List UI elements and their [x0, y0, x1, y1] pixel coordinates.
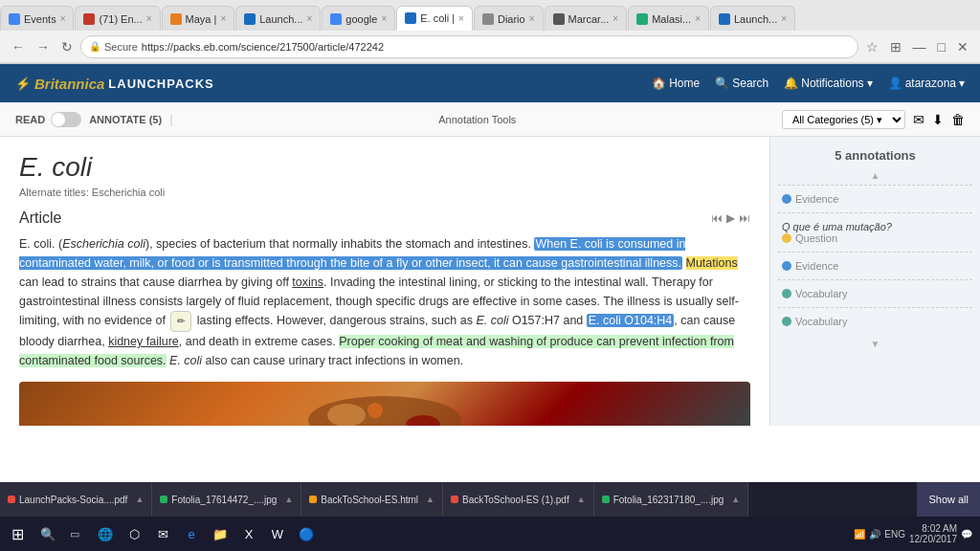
taskbar-ie-icon[interactable]: 🌐 — [92, 520, 119, 547]
annotation-label-vocab1: Vocabulary — [782, 288, 969, 299]
read-toggle-switch[interactable] — [51, 112, 81, 127]
annotation-item-vocab2: Vocabulary — [778, 307, 972, 335]
audio-controls: ⏮ ▶ ⏭ — [711, 211, 750, 225]
launchpacks-logo-text: LAUNCHPACKS — [108, 77, 213, 91]
taskbar-mail-icon[interactable]: ✉ — [149, 520, 176, 547]
user-menu[interactable]: 👤 atarazona ▾ — [888, 77, 965, 90]
tab-marcar[interactable]: Marcar... × — [545, 6, 628, 31]
taskbar-word-icon[interactable]: W — [264, 520, 291, 547]
close-icon[interactable]: × — [381, 13, 387, 24]
start-button[interactable]: ⊞ — [0, 517, 34, 551]
underline-toxins: toxins — [292, 276, 323, 289]
address-url: https://packs.eb.com/science/217500/arti… — [142, 41, 384, 53]
windows-taskbar: ⊞ 🔍 ▭ 🌐 ⬡ ✉ e 📁 X W 🔵 📶 🔊 ENG 8:02 AM 12… — [0, 517, 980, 551]
minimize-button[interactable]: — — [909, 37, 930, 56]
britannica-logo-text: Britannica — [34, 76, 104, 92]
file-expand-icon[interactable]: ▲ — [426, 495, 434, 504]
close-icon[interactable]: × — [695, 13, 701, 24]
forward-button[interactable]: → — [33, 37, 54, 56]
extensions-button[interactable]: ⊞ — [886, 37, 905, 56]
taskbar-edge-icon[interactable]: e — [178, 520, 205, 547]
toolbar-icons: ✉ ⬇ 🗑 — [913, 112, 965, 127]
taskbar-folder-icon[interactable]: 📁 — [207, 520, 234, 547]
file-expand-icon[interactable]: ▲ — [577, 495, 586, 504]
article-image — [19, 382, 750, 426]
close-window-button[interactable]: ✕ — [953, 37, 972, 56]
file-type-icon — [451, 496, 458, 503]
delete-button[interactable]: 🗑 — [951, 112, 965, 127]
close-icon[interactable]: × — [458, 13, 464, 24]
browser-chrome: Events × (71) En... × Maya | × Launch...… — [0, 0, 980, 64]
close-icon[interactable]: × — [529, 13, 535, 24]
tab-icon — [9, 13, 20, 25]
audio-prev-button[interactable]: ⏮ — [711, 211, 723, 225]
annotation-question-text: Q que é uma mutação? — [782, 221, 969, 232]
back-button[interactable]: ← — [8, 37, 29, 56]
tab-icon — [244, 13, 256, 25]
highlight-box-ecoli-strain: E. coli O104:H4 — [587, 314, 675, 327]
bookmark-button[interactable]: ☆ — [862, 37, 882, 56]
task-view-button[interactable]: ▭ — [61, 520, 88, 547]
file-name: Fotolia_162317180_....jpg — [613, 495, 724, 505]
close-icon[interactable]: × — [146, 13, 152, 24]
email-button[interactable]: ✉ — [913, 112, 924, 127]
maximize-button[interactable]: □ — [934, 37, 949, 56]
audio-play-button[interactable]: ▶ — [726, 211, 735, 225]
sidebar-chevron-down[interactable]: ▼ — [778, 339, 972, 349]
close-icon[interactable]: × — [612, 13, 618, 24]
file-expand-icon[interactable]: ▲ — [135, 495, 144, 504]
tab-label-diario: Diario — [498, 13, 525, 25]
close-icon[interactable]: × — [307, 13, 313, 24]
close-icon[interactable]: × — [220, 13, 226, 24]
taskbar-search-button[interactable]: 🔍 — [34, 520, 61, 547]
tab-launch2[interactable]: Launch... × — [710, 6, 795, 31]
escherichia-italic: Escherichia coli — [62, 237, 145, 251]
ecoli-italic-3: E. coli — [169, 354, 202, 367]
system-tray: 📶 🔊 ENG 8:02 AM 12/20/2017 💬 — [854, 523, 980, 544]
tab-events[interactable]: Events × — [0, 6, 74, 31]
taskbar-file-1[interactable]: Fotolia_17614472_....jpg ▲ — [152, 482, 301, 517]
tab-diario[interactable]: Diario × — [474, 6, 544, 31]
close-icon[interactable]: × — [60, 13, 66, 24]
close-icon[interactable]: × — [781, 13, 787, 24]
taskbar-cortana-icon[interactable]: ⬡ — [121, 520, 147, 547]
sidebar-chevron-up[interactable]: ▲ — [778, 170, 972, 181]
tab-maya[interactable]: Maya | × — [162, 6, 235, 31]
tab-malasi[interactable]: Malasi... × — [628, 6, 709, 31]
taskbar-file-3[interactable]: BackToSchool-ES (1).pdf ▲ — [443, 482, 594, 517]
audio-next-button[interactable]: ⏭ — [739, 211, 750, 225]
annotation-item-evidence2: Evidence — [778, 252, 972, 279]
tab-launch1[interactable]: Launch... × — [235, 6, 321, 31]
taskbar-file-4[interactable]: Fotolia_162317180_....jpg ▲ — [594, 482, 749, 517]
clock: 8:02 AM 12/20/2017 — [909, 523, 957, 544]
download-button[interactable]: ⬇ — [932, 112, 944, 127]
address-text: Secure — [104, 41, 138, 53]
notifications-link[interactable]: 🔔 Notifications ▾ — [784, 77, 872, 90]
home-link[interactable]: 🏠 Home — [652, 77, 700, 90]
taskbar-browser-icon[interactable]: 🔵 — [293, 520, 320, 547]
annotate-button[interactable]: ANNOTATE (5) — [89, 114, 162, 125]
toggle-knob — [52, 113, 65, 126]
tab-icon — [405, 12, 416, 24]
file-expand-icon[interactable]: ▲ — [284, 495, 293, 504]
taskbar-app-icons: 🌐 ⬡ ✉ e 📁 X W 🔵 — [92, 520, 320, 547]
refresh-button[interactable]: ↻ — [57, 37, 77, 56]
address-bar[interactable]: 🔒 Secure https://packs.eb.com/science/21… — [80, 35, 858, 58]
language-label: ENG — [884, 529, 905, 540]
show-all-button[interactable]: Show all — [917, 482, 980, 517]
tab-ecoli[interactable]: E. coli | × — [396, 6, 473, 31]
tab-71en[interactable]: (71) En... × — [75, 6, 160, 31]
article-title: E. coli — [19, 152, 750, 183]
category-select[interactable]: All Categories (5) ▾ — [782, 110, 905, 129]
search-link[interactable]: 🔍 Search — [715, 77, 768, 90]
taskbar-file-0[interactable]: LaunchPacks-Socia....pdf ▲ — [0, 482, 152, 517]
tab-icon — [330, 13, 342, 25]
article-body: E. coli. (Escherichia coli), species of … — [19, 234, 750, 370]
tab-icon — [719, 13, 730, 25]
taskbar-file-2[interactable]: BackToSchool-ES.html ▲ — [301, 482, 443, 517]
pencil-tooltip[interactable]: ✏ — [170, 311, 191, 332]
taskbar-excel-icon[interactable]: X — [235, 520, 262, 547]
notification-button[interactable]: 💬 — [961, 529, 972, 540]
file-expand-icon[interactable]: ▲ — [731, 495, 740, 504]
tab-google[interactable]: google × — [322, 6, 395, 31]
